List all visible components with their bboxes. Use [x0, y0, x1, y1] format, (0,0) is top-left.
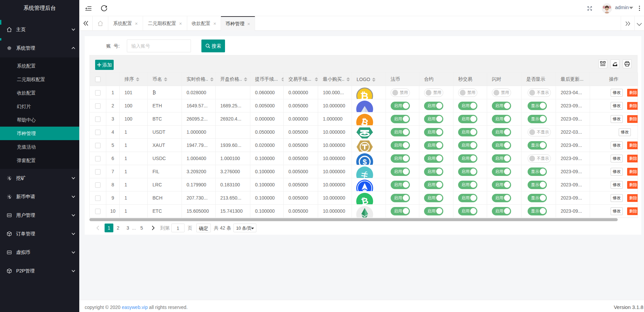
- svg-text:₿: ₿: [360, 90, 368, 99]
- svg-text:$: $: [363, 158, 367, 165]
